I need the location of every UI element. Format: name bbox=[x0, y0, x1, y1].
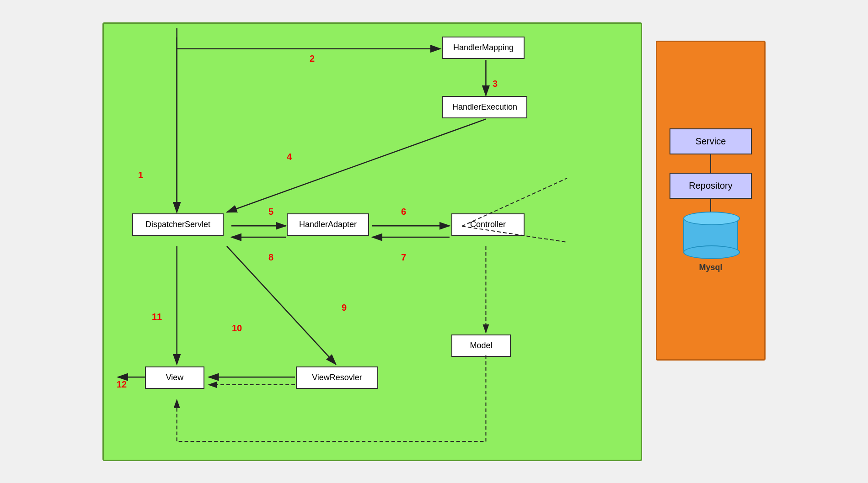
handler-execution-box: HandlerExecution bbox=[442, 96, 527, 118]
step-10: 10 bbox=[232, 323, 242, 334]
step-6: 6 bbox=[401, 207, 406, 217]
handler-adapter-box: HandlerAdapter bbox=[287, 213, 369, 236]
step-3: 3 bbox=[493, 79, 498, 89]
step-5: 5 bbox=[268, 207, 273, 217]
service-repo-connector bbox=[710, 154, 711, 173]
orange-area: Service Repository Mysql bbox=[656, 41, 766, 361]
arrows-svg bbox=[104, 24, 641, 460]
mysql-section: Mysql bbox=[683, 217, 738, 272]
step-12: 12 bbox=[117, 379, 127, 390]
dispatcher-servlet-box: DispatcherServlet bbox=[132, 213, 224, 236]
service-box: Service bbox=[670, 128, 752, 154]
step-9: 9 bbox=[342, 303, 347, 313]
step-7: 7 bbox=[401, 252, 406, 263]
diagram-wrapper: 1 2 3 4 5 6 7 8 9 10 11 12 HandlerMappin… bbox=[93, 13, 775, 470]
controller-box: Controller bbox=[451, 213, 525, 236]
service-section: Service Repository Mysql bbox=[670, 128, 752, 272]
step-4: 4 bbox=[287, 152, 292, 162]
view-resolver-box: ViewResovler bbox=[296, 366, 378, 389]
mysql-cylinder bbox=[683, 217, 738, 254]
repository-box: Repository bbox=[670, 173, 752, 199]
handler-mapping-box: HandlerMapping bbox=[442, 37, 525, 59]
step-2: 2 bbox=[310, 53, 315, 64]
mysql-label: Mysql bbox=[699, 263, 722, 272]
svg-line-11 bbox=[227, 246, 336, 364]
svg-line-6 bbox=[227, 119, 486, 212]
step-1: 1 bbox=[138, 170, 143, 180]
step-8: 8 bbox=[268, 252, 273, 263]
model-box: Model bbox=[451, 334, 511, 357]
view-box: View bbox=[145, 366, 204, 389]
step-11: 11 bbox=[152, 312, 162, 322]
green-area: 1 2 3 4 5 6 7 8 9 10 11 12 HandlerMappin… bbox=[102, 22, 642, 461]
